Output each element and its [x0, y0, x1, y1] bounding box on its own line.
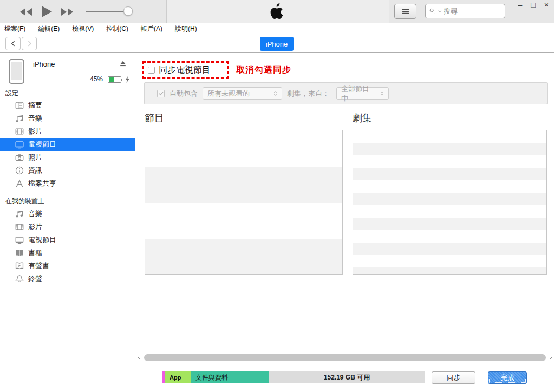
music-icon	[15, 209, 24, 219]
on-device-heading: 在我的裝置上	[5, 197, 44, 206]
tv-icon	[15, 235, 24, 245]
scroll-right-icon[interactable]	[548, 354, 553, 361]
menu-file[interactable]: 檔案(F)	[4, 24, 25, 34]
menu-view[interactable]: 檢視(V)	[72, 24, 94, 34]
close-button[interactable]: ×	[544, 0, 549, 10]
menu-controls[interactable]: 控制(C)	[106, 24, 128, 34]
back-button[interactable]	[5, 37, 21, 50]
list-icon	[401, 6, 410, 16]
check-icon	[158, 90, 164, 96]
search-field[interactable]	[425, 4, 505, 18]
menu-account[interactable]: 帳戶(A)	[141, 24, 162, 34]
main-content: 同步電視節目 取消勾選同步 自動包含 所有未觀看的 劇集，來自： 全部節目中 節…	[135, 53, 554, 362]
sidebar-item-photos[interactable]: 照片	[0, 151, 135, 164]
footer-bar: App 文件與資料 152.19 GB 可用 同步 完成	[0, 362, 554, 392]
sidebar-item-file-sharing[interactable]: 檔案共享	[0, 177, 135, 190]
sidebar-item-music-on-device[interactable]: 音樂	[0, 207, 135, 220]
device-tab-iphone[interactable]: iPhone	[260, 37, 294, 51]
battery-percent: 45%	[90, 75, 103, 83]
shows-select-value: 全部節目中	[341, 84, 376, 103]
camera-icon	[15, 153, 24, 162]
sidebar-item-label: 檔案共享	[28, 179, 56, 188]
view-options-button[interactable]	[394, 4, 416, 19]
episodes-list[interactable]	[353, 130, 547, 275]
film-icon	[15, 222, 24, 232]
sidebar-item-tv-shows[interactable]: 電視節目	[0, 138, 135, 151]
rewind-button[interactable]	[19, 8, 32, 16]
stepper-icon	[379, 90, 385, 97]
episodes-from-label: 劇集，來自：	[287, 89, 329, 99]
sidebar-item-movies-on-device[interactable]: 影片	[0, 220, 135, 233]
search-input[interactable]	[444, 7, 501, 15]
capacity-segment-app: App	[165, 371, 191, 383]
film-icon	[15, 127, 24, 136]
menu-edit[interactable]: 編輯(E)	[38, 24, 60, 34]
done-button[interactable]: 完成	[488, 371, 527, 384]
sync-tv-shows-label: 同步電視節目	[159, 64, 211, 76]
file-sharing-icon	[15, 179, 24, 188]
maximize-button[interactable]: □	[531, 0, 535, 10]
episodes-select-value: 所有未觀看的	[207, 89, 250, 99]
sidebar-item-tones[interactable]: 鈴聲	[0, 272, 135, 285]
sidebar-item-label: 鈴聲	[28, 274, 42, 284]
sidebar-item-label: 電視節目	[28, 140, 56, 149]
sidebar-item-tv-shows-on-device[interactable]: 電視節目	[0, 233, 135, 246]
sidebar-item-label: 資訊	[28, 166, 42, 175]
iphone-device-icon	[9, 59, 24, 84]
sidebar-item-movies[interactable]: 影片	[0, 125, 135, 138]
settings-heading: 設定	[5, 89, 18, 98]
episodes-select[interactable]: 所有未觀看的	[203, 87, 282, 100]
volume-slider-knob[interactable]	[123, 6, 133, 16]
apple-logo-icon	[270, 3, 284, 20]
battery-icon	[108, 76, 121, 83]
auto-include-checkbox[interactable]	[157, 90, 165, 97]
sidebar: iPhone 45% 設定 摘要 音樂 影片 電視節目 照片 資訊	[0, 53, 135, 362]
search-icon	[429, 8, 436, 15]
episodes-header: 劇集	[353, 112, 372, 125]
window-controls: – □ ×	[518, 0, 549, 10]
shows-header: 節目	[145, 112, 164, 125]
chevron-right-icon	[26, 40, 33, 47]
itunes-window: – □ × 檔案(F) 編輯(E) 檢視(V) 控制(C) 帳戶(A) 說明(H…	[0, 0, 554, 392]
chevron-left-icon	[10, 40, 17, 47]
sidebar-item-summary[interactable]: 摘要	[0, 99, 135, 112]
sidebar-item-label: 音樂	[28, 114, 42, 123]
sidebar-item-info[interactable]: 資訊	[0, 164, 135, 177]
chevron-down-icon	[438, 9, 442, 14]
play-button[interactable]	[40, 5, 53, 18]
minimize-button[interactable]: –	[518, 0, 523, 10]
capacity-free-space: 152.19 GB 可用	[269, 371, 425, 383]
charging-bolt-icon	[123, 75, 131, 84]
sidebar-item-audiobooks[interactable]: 有聲書	[0, 259, 135, 272]
sync-button[interactable]: 同步	[432, 371, 475, 384]
toolbar: – □ ×	[0, 0, 554, 23]
music-icon	[15, 114, 24, 123]
sidebar-item-label: 照片	[28, 153, 42, 162]
shows-list[interactable]	[145, 130, 343, 275]
scroll-left-icon[interactable]	[136, 354, 142, 361]
book-icon	[15, 248, 24, 258]
sidebar-item-label: 影片	[28, 222, 42, 232]
toolbar-divider	[166, 0, 167, 23]
sidebar-item-label: 電視節目	[28, 235, 56, 245]
horizontal-scrollbar[interactable]	[144, 354, 546, 361]
auto-include-bar: 自動包含 所有未觀看的 劇集，來自： 全部節目中	[144, 82, 548, 104]
capacity-bar: App 文件與資料 152.19 GB 可用	[162, 371, 425, 383]
toolbar-divider	[389, 0, 389, 23]
menu-help[interactable]: 說明(H)	[175, 24, 197, 34]
forward-button[interactable]	[22, 37, 37, 50]
sync-tv-shows-checkbox[interactable]	[148, 67, 155, 74]
shows-select[interactable]: 全部節目中	[336, 87, 389, 100]
capacity-segment-documents: 文件與資料	[191, 371, 269, 383]
bell-icon	[15, 274, 24, 284]
sidebar-item-music[interactable]: 音樂	[0, 112, 135, 125]
annotation-dashed-box: 同步電視節目	[142, 61, 229, 79]
stepper-icon	[272, 90, 278, 97]
fast-forward-button[interactable]	[61, 8, 74, 16]
sidebar-item-label: 摘要	[28, 101, 42, 110]
sidebar-item-books[interactable]: 書籍	[0, 246, 135, 259]
menu-bar: 檔案(F) 編輯(E) 檢視(V) 控制(C) 帳戶(A) 說明(H)	[0, 23, 554, 35]
device-name[interactable]: iPhone	[33, 60, 55, 68]
eject-icon[interactable]	[119, 60, 127, 68]
sidebar-item-label: 影片	[28, 127, 42, 136]
